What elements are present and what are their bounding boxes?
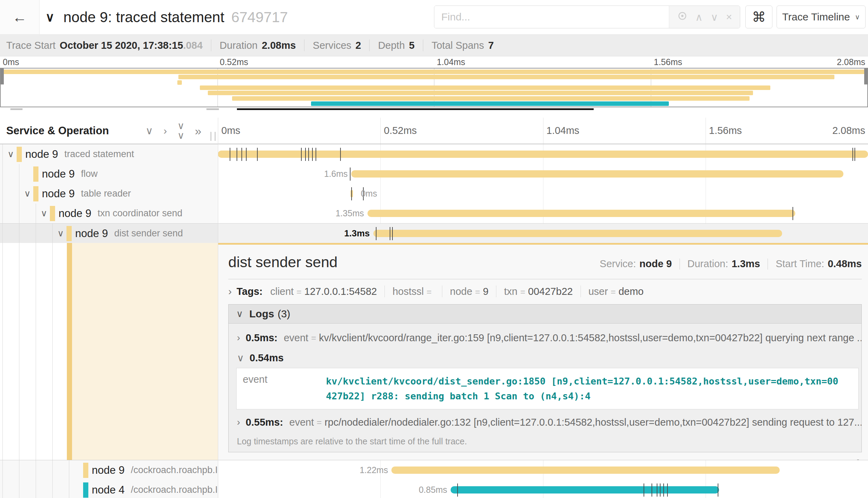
span-name-cell[interactable]: ∨node 9txn coordinator send <box>0 203 218 223</box>
find-clear-icon[interactable]: × <box>726 11 732 23</box>
service-name: node 9 <box>42 168 75 180</box>
span-row[interactable]: ∨node 9dist sender send1.3ms <box>0 223 868 243</box>
log-marker-tick <box>340 148 341 161</box>
minimap-scroll-grip[interactable] <box>10 108 23 110</box>
log-marker-tick <box>308 148 309 161</box>
span-name-cell[interactable]: node 4/cockroach.roachpb.I... <box>0 480 218 498</box>
indent-guide <box>2 224 3 243</box>
collapse-all-icon[interactable]: ∨∨ <box>177 121 185 141</box>
log-marker-tick <box>241 148 242 161</box>
view-selector-button[interactable]: Trace Timeline ∨ <box>777 6 866 28</box>
span-name-cell[interactable]: ∨node 9traced statement <box>0 144 218 164</box>
logs-title: Logs <box>249 308 274 320</box>
deep-link-icon[interactable] <box>851 458 862 460</box>
minimap-viewport[interactable] <box>0 68 868 107</box>
service-color-chip <box>33 166 38 182</box>
summary-label: Trace Start <box>6 40 55 51</box>
span-row[interactable]: ∨node 9txn coordinator send1.35ms <box>0 203 868 223</box>
expand-one-icon[interactable]: › <box>163 126 167 136</box>
span-duration-bar[interactable] <box>451 486 719 494</box>
span-row[interactable]: ∨node 9traced statement <box>0 144 868 164</box>
command-icon: ⌘ <box>752 9 766 25</box>
span-duration-bar[interactable] <box>391 467 780 474</box>
back-button[interactable]: ← <box>0 0 39 34</box>
span-detail-indent <box>0 243 218 460</box>
log-marker-tick <box>351 187 352 200</box>
indent-guide <box>2 144 3 164</box>
span-detail-panel: dist sender send Service:node 9Duration:… <box>218 243 868 460</box>
span-row[interactable]: ∨node 9table reader0ms <box>0 184 868 203</box>
tag-value: 00427b22 <box>528 286 573 297</box>
focus-target-icon[interactable] <box>677 11 688 24</box>
ruler-tick-label: 2.08ms <box>832 118 865 144</box>
indent-guide <box>36 460 36 480</box>
keyboard-shortcuts-button[interactable]: ⌘ <box>745 6 772 28</box>
logs-header[interactable]: ∨ Logs (3) <box>229 305 861 324</box>
span-rows-bottom: node 9/cockroach.roachpb.I...1.22msnode … <box>0 460 868 498</box>
span-color-bar <box>67 243 72 460</box>
operation-name: table reader <box>81 188 131 199</box>
tree-controls: ∨ › ∨∨ » <box>145 118 201 144</box>
spanid-label: SpanID: <box>695 458 733 460</box>
chevron-down-icon: ∨ <box>236 308 243 319</box>
indent-guide <box>52 224 53 243</box>
log-marker-tick <box>660 483 661 497</box>
stat-separator <box>680 259 680 270</box>
expand-all-icon[interactable]: » <box>195 125 201 137</box>
span-duration-bar[interactable] <box>367 210 795 217</box>
trace-collapse-toggle[interactable]: ∨ <box>45 0 54 34</box>
span-row[interactable]: node 9flow1.6ms <box>0 164 868 184</box>
span-row[interactable]: node 9/cockroach.roachpb.I...1.22ms <box>0 460 868 480</box>
tag-key: client <box>270 286 294 297</box>
minimap-left-handle[interactable] <box>1 69 4 84</box>
log-marker-tick <box>644 483 644 497</box>
operation-name: flow <box>81 169 98 179</box>
summary-value-suffix: .084 <box>183 40 203 51</box>
row-chevron-icon[interactable]: ∨ <box>38 203 50 223</box>
log-entry-expanded-header[interactable]: ∨0.54ms <box>229 348 861 367</box>
chevron-right-icon: › <box>228 286 232 297</box>
row-chevron-icon[interactable]: ∨ <box>5 144 17 164</box>
tag-equals: = <box>611 287 616 297</box>
row-chevron-icon[interactable]: ∨ <box>55 224 67 243</box>
indent-guide <box>19 184 19 203</box>
summary-value: 5 <box>409 40 415 51</box>
span-duration-bar[interactable] <box>373 230 782 237</box>
column-divider[interactable] <box>218 118 218 498</box>
ruler-gridline <box>543 118 543 144</box>
tag-equals: = <box>426 287 432 297</box>
tag-item: node=9 <box>450 286 488 297</box>
timeline-column-header: Service & Operation ∨ › ∨∨ » 0ms0.52ms1.… <box>0 118 868 144</box>
log-marker-tick <box>652 483 652 497</box>
indent-guide <box>2 184 3 203</box>
summary-value: 2 <box>355 40 361 51</box>
indent-guide <box>36 243 36 460</box>
stat-item: Duration:1.3ms <box>688 258 760 270</box>
collapse-one-icon[interactable]: ∨ <box>145 126 153 136</box>
minimap-right-handle[interactable] <box>864 69 867 84</box>
row-chevron-icon[interactable]: ∨ <box>21 184 33 203</box>
find-prev-icon[interactable]: ∧ <box>695 11 703 23</box>
span-name-cell[interactable]: node 9/cockroach.roachpb.I... <box>0 460 218 480</box>
span-name-cell[interactable]: ∨node 9dist sender send <box>0 224 218 243</box>
log-entry-collapsed[interactable]: ›0.5ms:event=kv/kvclient/kvcoord/range_i… <box>229 327 861 348</box>
span-row[interactable]: node 4/cockroach.roachpb.I...0.85ms <box>0 480 868 498</box>
span-duration-label: 1.6ms <box>272 164 348 184</box>
find-input[interactable] <box>434 6 669 28</box>
span-name-cell[interactable]: ∨node 9table reader <box>0 184 218 203</box>
span-duration-bar[interactable] <box>351 170 843 178</box>
span-duration-label: 1.35ms <box>288 203 364 223</box>
find-next-icon[interactable]: ∨ <box>710 11 718 23</box>
span-name: node 9dist sender send <box>75 224 183 243</box>
tags-row[interactable]: ›Tags:client=127.0.0.1:54582hostssl=node… <box>228 286 862 297</box>
span-name-cell[interactable]: node 9flow <box>0 164 218 184</box>
log-timestamp: 0.54ms <box>250 352 284 364</box>
indent-guide <box>36 480 36 498</box>
log-entry-collapsed[interactable]: ›0.55ms:event=rpc/nodedialer/nodedialer.… <box>229 411 861 433</box>
minimap-scrubber[interactable] <box>237 108 594 110</box>
minimap-scroll-grip[interactable] <box>206 108 219 110</box>
tag-value: demo <box>619 286 644 297</box>
column-resize-grip[interactable] <box>211 132 215 141</box>
tag-separator <box>442 286 442 297</box>
summary-separator <box>304 39 304 51</box>
